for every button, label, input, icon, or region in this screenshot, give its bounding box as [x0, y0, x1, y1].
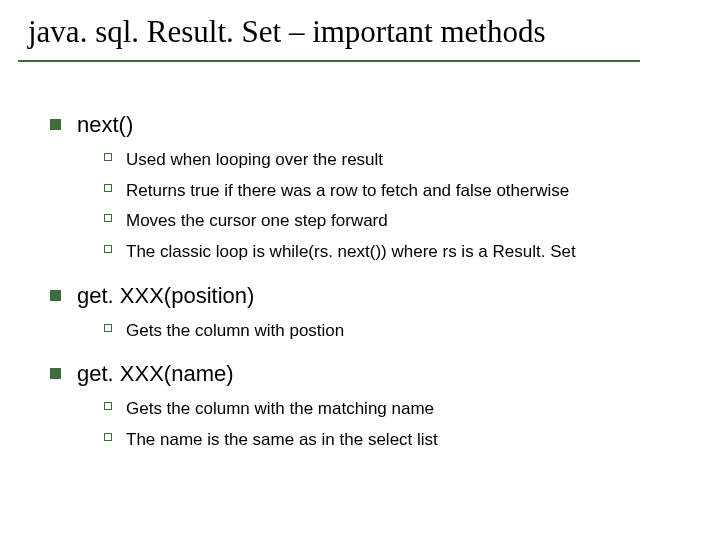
- list-item: Gets the column with the matching name: [104, 397, 690, 422]
- sub-list: Gets the column with postion: [50, 319, 690, 344]
- sub-item-text: Gets the column with the matching name: [126, 397, 434, 422]
- sub-list: Used when looping over the result Return…: [50, 148, 690, 265]
- hollow-square-bullet-icon: [104, 245, 112, 253]
- slide-title: java. sql. Result. Set – important metho…: [28, 14, 700, 60]
- content-area: next() Used when looping over the result…: [0, 62, 720, 452]
- hollow-square-bullet-icon: [104, 153, 112, 161]
- square-bullet-icon: [50, 119, 61, 130]
- sub-list: Gets the column with the matching name T…: [50, 397, 690, 452]
- list-item: Returns true if there was a row to fetch…: [104, 179, 690, 204]
- title-area: java. sql. Result. Set – important metho…: [0, 0, 720, 62]
- item-label: get. XXX(name): [77, 361, 234, 387]
- list-item: The classic loop is while(rs. next()) wh…: [104, 240, 690, 265]
- hollow-square-bullet-icon: [104, 214, 112, 222]
- hollow-square-bullet-icon: [104, 433, 112, 441]
- sub-item-text: Gets the column with postion: [126, 319, 344, 344]
- item-label: get. XXX(position): [77, 283, 254, 309]
- sub-item-text: The classic loop is while(rs. next()) wh…: [126, 240, 576, 265]
- list-item: Moves the cursor one step forward: [104, 209, 690, 234]
- item-label: next(): [77, 112, 133, 138]
- list-item: Used when looping over the result: [104, 148, 690, 173]
- square-bullet-icon: [50, 290, 61, 301]
- sub-item-text: Moves the cursor one step forward: [126, 209, 388, 234]
- list-item: next(): [50, 112, 690, 138]
- square-bullet-icon: [50, 368, 61, 379]
- hollow-square-bullet-icon: [104, 324, 112, 332]
- sub-item-text: Returns true if there was a row to fetch…: [126, 179, 569, 204]
- list-item: The name is the same as in the select li…: [104, 428, 690, 453]
- hollow-square-bullet-icon: [104, 402, 112, 410]
- sub-item-text: The name is the same as in the select li…: [126, 428, 438, 453]
- list-item: get. XXX(position): [50, 283, 690, 309]
- slide: java. sql. Result. Set – important metho…: [0, 0, 720, 540]
- list-item: get. XXX(name): [50, 361, 690, 387]
- sub-item-text: Used when looping over the result: [126, 148, 383, 173]
- hollow-square-bullet-icon: [104, 184, 112, 192]
- list-item: Gets the column with postion: [104, 319, 690, 344]
